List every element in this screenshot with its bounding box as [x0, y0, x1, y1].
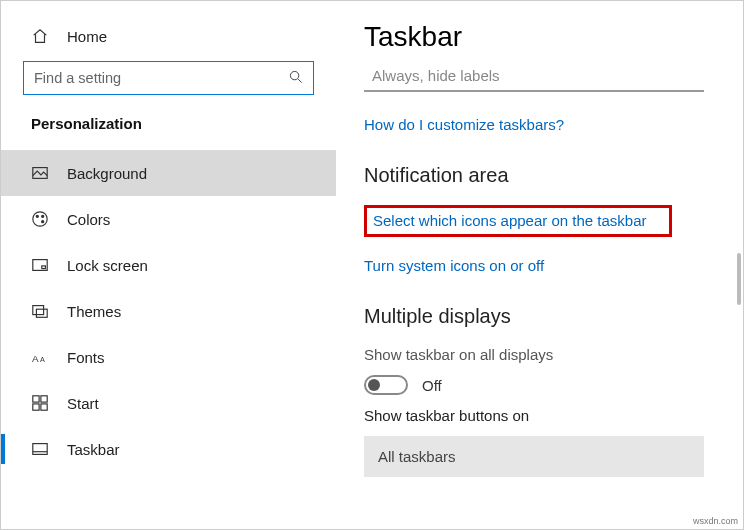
- svg-rect-9: [36, 309, 47, 317]
- help-link[interactable]: How do I customize taskbars?: [364, 116, 564, 133]
- svg-point-0: [290, 71, 298, 79]
- svg-point-2: [33, 212, 47, 226]
- select-icons-link[interactable]: Select which icons appear on the taskbar: [373, 212, 647, 229]
- combine-dropdown[interactable]: Always, hide labels: [364, 63, 704, 92]
- sidebar-item-lockscreen[interactable]: Lock screen: [1, 242, 336, 288]
- sidebar-item-label: Taskbar: [67, 441, 120, 458]
- colors-icon: [31, 210, 49, 228]
- sidebar-item-background[interactable]: Background: [1, 150, 336, 196]
- svg-rect-12: [33, 396, 39, 402]
- svg-rect-14: [33, 404, 39, 410]
- svg-rect-8: [33, 306, 44, 315]
- sidebar-item-taskbar[interactable]: Taskbar: [1, 426, 336, 472]
- page-title: Taskbar: [364, 21, 715, 53]
- themes-icon: [31, 302, 49, 320]
- sidebar-item-themes[interactable]: Themes: [1, 288, 336, 334]
- main-content: Taskbar Always, hide labels How do I cus…: [336, 1, 743, 529]
- system-icons-link[interactable]: Turn system icons on or off: [364, 257, 544, 274]
- home-button[interactable]: Home: [1, 19, 336, 61]
- show-buttons-dropdown[interactable]: All taskbars: [364, 436, 704, 477]
- lockscreen-icon: [31, 256, 49, 274]
- svg-rect-15: [41, 404, 47, 410]
- background-icon: [31, 164, 49, 182]
- sidebar-item-start[interactable]: Start: [1, 380, 336, 426]
- search-box[interactable]: [23, 61, 314, 95]
- sidebar-item-label: Themes: [67, 303, 121, 320]
- notification-area-heading: Notification area: [364, 164, 715, 187]
- category-title: Personalization: [1, 115, 336, 150]
- svg-point-4: [42, 215, 44, 217]
- sidebar-item-label: Colors: [67, 211, 110, 228]
- scrollbar-thumb[interactable]: [737, 253, 741, 305]
- search-icon: [289, 70, 303, 87]
- sidebar-item-label: Background: [67, 165, 147, 182]
- start-icon: [31, 394, 49, 412]
- home-label: Home: [67, 28, 107, 45]
- svg-rect-16: [33, 444, 47, 455]
- show-taskbar-all-label: Show taskbar on all displays: [364, 346, 715, 363]
- sidebar-item-label: Start: [67, 395, 99, 412]
- taskbar-icon: [31, 440, 49, 458]
- sidebar-item-label: Fonts: [67, 349, 105, 366]
- source-watermark: wsxdn.com: [693, 516, 738, 526]
- svg-rect-13: [41, 396, 47, 402]
- svg-text:A: A: [40, 355, 45, 364]
- sidebar-item-label: Lock screen: [67, 257, 148, 274]
- fonts-icon: AA: [31, 348, 49, 366]
- highlight-box: Select which icons appear on the taskbar: [364, 205, 672, 237]
- home-icon: [31, 27, 49, 45]
- svg-point-3: [36, 215, 38, 217]
- svg-rect-7: [42, 266, 46, 269]
- toggle-value: Off: [422, 377, 442, 394]
- multiple-displays-heading: Multiple displays: [364, 305, 715, 328]
- show-taskbar-toggle[interactable]: [364, 375, 408, 395]
- sidebar: Home Personalization Background Colors: [1, 1, 336, 529]
- svg-point-5: [42, 221, 44, 223]
- sidebar-item-colors[interactable]: Colors: [1, 196, 336, 242]
- svg-text:A: A: [32, 353, 39, 364]
- show-buttons-label: Show taskbar buttons on: [364, 407, 715, 424]
- sidebar-item-fonts[interactable]: AA Fonts: [1, 334, 336, 380]
- search-input[interactable]: [34, 70, 263, 86]
